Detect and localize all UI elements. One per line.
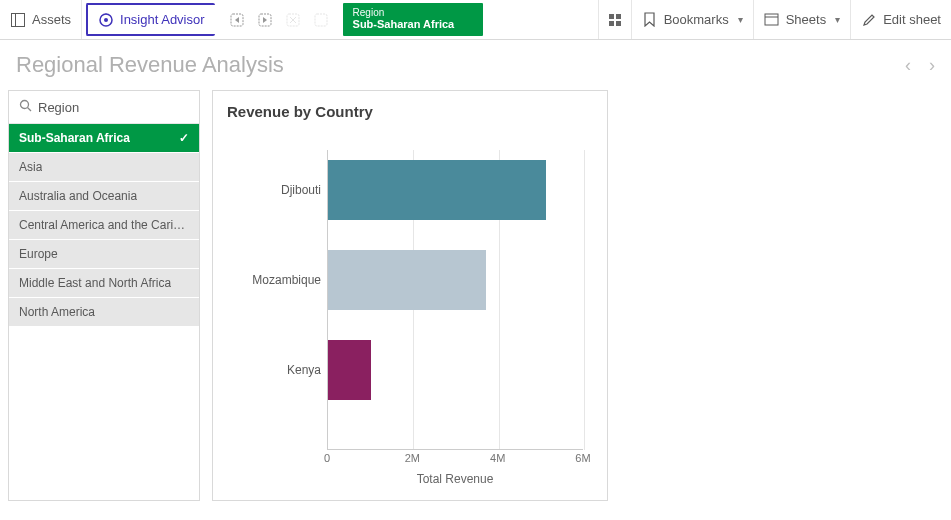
chart-card: Revenue by Country DjiboutiMozambiqueKen… [212,90,608,501]
filter-field-label: Region [38,100,79,115]
clear-selection-icon[interactable] [311,10,331,30]
filter-item[interactable]: Middle East and North Africa [9,269,199,298]
selection-pill-region[interactable]: Region Sub-Saharan Africa [343,3,483,36]
bar[interactable] [328,160,546,220]
insight-icon [98,12,114,28]
bar[interactable] [328,340,371,400]
insight-advisor-button[interactable]: Insight Advisor [86,3,215,36]
chevron-down-icon: ▾ [738,14,743,25]
filter-item-label: Central America and the Cari… [19,218,185,232]
selections-tool-button[interactable] [598,0,632,39]
filter-item-label: Australia and Oceania [19,189,137,203]
x-axis-title: Total Revenue [327,472,583,486]
bookmarks-label: Bookmarks [664,12,729,27]
bookmark-icon [642,12,658,28]
chevron-down-icon: ▾ [835,14,840,25]
sheet-icon [764,12,780,28]
filter-item-label: Europe [19,247,58,261]
y-tick-label: Djibouti [227,160,321,220]
x-tick-label: 4M [490,452,505,464]
filter-item[interactable]: Central America and the Cari… [9,211,199,240]
svg-line-13 [28,108,32,112]
prev-sheet-button[interactable]: ‹ [905,55,911,76]
svg-rect-10 [765,14,778,25]
bar[interactable] [328,250,486,310]
search-icon [19,99,32,115]
filter-list: Sub-Saharan Africa✓AsiaAustralia and Oce… [9,124,199,327]
filter-item[interactable]: Asia [9,153,199,182]
top-toolbar: Assets Insight Advisor Region Sub- [0,0,951,40]
svg-rect-0 [12,13,25,26]
assets-label: Assets [32,12,71,27]
y-tick-label: Kenya [227,340,321,400]
step-back-icon[interactable] [227,10,247,30]
pencil-icon [861,12,877,28]
filter-item-label: Middle East and North Africa [19,276,171,290]
selection-tools [219,0,339,39]
panel-icon [10,12,26,28]
next-sheet-button[interactable]: › [929,55,935,76]
bookmarks-button[interactable]: Bookmarks ▾ [632,0,754,39]
x-tick-label: 6M [575,452,590,464]
chart-area[interactable]: DjiboutiMozambiqueKenya 02M4M6M Total Re… [227,130,593,490]
x-tick-label: 2M [405,452,420,464]
sheets-label: Sheets [786,12,826,27]
svg-point-12 [21,101,29,109]
filter-item[interactable]: Sub-Saharan Africa✓ [9,124,199,153]
svg-rect-9 [315,14,327,26]
filter-pane-region: Region Sub-Saharan Africa✓AsiaAustralia … [8,90,200,501]
clear-all-icon[interactable] [283,10,303,30]
check-icon: ✓ [179,131,189,145]
filter-item[interactable]: North America [9,298,199,327]
filter-item[interactable]: Europe [9,240,199,269]
grid-icon [609,14,621,26]
selection-field-label: Region [353,8,473,18]
insight-label: Insight Advisor [120,12,205,27]
filter-item[interactable]: Australia and Oceania [9,182,199,211]
selection-value-label: Sub-Saharan Africa [353,18,473,31]
filter-header[interactable]: Region [9,91,199,124]
page-title: Regional Revenue Analysis [16,52,284,78]
step-forward-icon[interactable] [255,10,275,30]
sheets-button[interactable]: Sheets ▾ [754,0,851,39]
chart-title: Revenue by Country [227,103,593,120]
chart-plot [327,150,583,450]
filter-item-label: North America [19,305,95,319]
edit-label: Edit sheet [883,12,941,27]
y-tick-label: Mozambique [227,250,321,310]
edit-sheet-button[interactable]: Edit sheet [851,0,951,39]
sheet-header: Regional Revenue Analysis ‹ › [0,40,951,82]
assets-button[interactable]: Assets [0,0,82,39]
svg-point-3 [104,18,108,22]
filter-item-label: Sub-Saharan Africa [19,131,130,145]
x-tick-label: 0 [324,452,330,464]
filter-item-label: Asia [19,160,42,174]
